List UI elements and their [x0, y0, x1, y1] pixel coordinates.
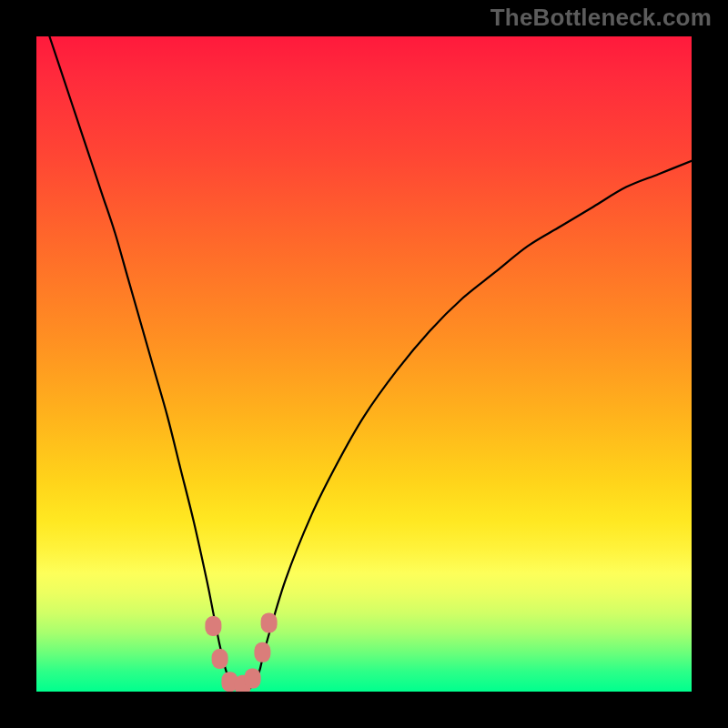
bottleneck-curve	[49, 36, 692, 692]
curve-marker	[245, 669, 261, 689]
watermark-text: TheBottleneck.com	[490, 4, 712, 32]
curve-marker	[205, 616, 221, 636]
curve-marker	[261, 612, 278, 632]
curve-marker	[254, 642, 270, 662]
chart-frame: TheBottleneck.com	[0, 0, 728, 728]
curve-marker	[212, 649, 228, 669]
curve-svg	[36, 36, 692, 692]
curve-markers	[205, 612, 277, 692]
plot-area	[36, 36, 692, 692]
